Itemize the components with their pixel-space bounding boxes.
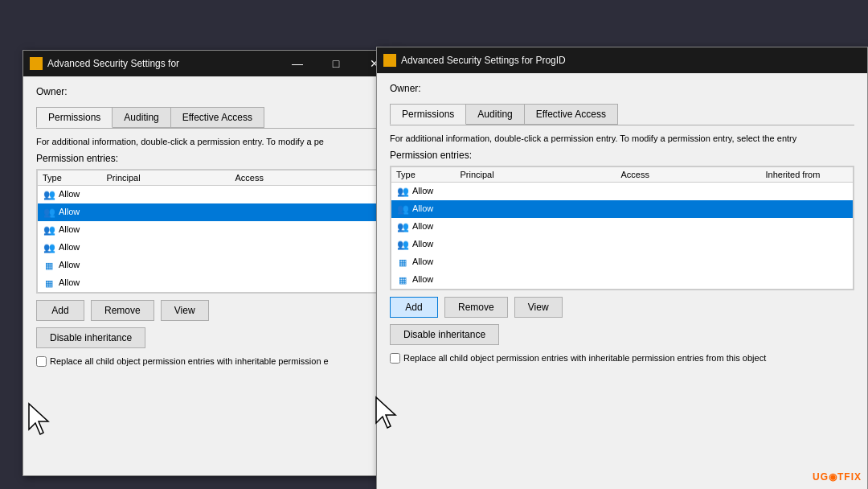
window2-title: Advanced Security Settings for ProgID [401,55,861,66]
col-access: Access [231,171,386,186]
disable-inheritance2-button[interactable]: Disable inheritance [390,324,499,345]
user-icon: 👥 [396,220,409,233]
cell-principal [456,200,616,218]
tab-effective-access[interactable]: Effective Access [170,107,264,128]
col2-type: Type [391,167,456,183]
replace-checkbox[interactable] [36,356,47,367]
table-header: Type Principal Access [38,171,386,186]
tab2-auditing[interactable]: Auditing [465,104,524,125]
user-blue-icon: 👥 [396,203,409,216]
tab2-permissions[interactable]: Permissions [390,104,466,125]
cell-inherited [761,271,854,290]
cell-inherited [761,183,854,201]
tab2-effective-access[interactable]: Effective Access [524,104,618,125]
cell-type: 👥Allow [391,200,456,218]
cell-access [231,221,386,239]
table-row[interactable]: 👥Allow [391,218,854,236]
col-principal: Principal [102,171,231,186]
user-icon: 👥 [396,238,409,251]
table-row[interactable]: 👥Allow [38,221,386,239]
view2-button[interactable]: View [514,297,563,318]
action-buttons: Add Remove View [36,300,387,321]
cell-principal [456,271,616,290]
window1: Advanced Security Settings for — □ ✕ Own… [23,50,400,476]
window2-content: Owner: Permissions Auditing Effective Ac… [377,73,867,373]
table-row[interactable]: 👥Allow [38,203,386,221]
owner2-label: Owner: [390,83,421,94]
view-button[interactable]: View [161,300,209,321]
cell-access [616,271,761,290]
cell-type: 👥Allow [391,236,456,253]
user-icon: 👥 [43,224,55,236]
col2-principal: Principal [456,167,616,183]
add-button[interactable]: Add [36,300,84,321]
cell-access [231,186,386,204]
grid-icon: ▦ [396,273,409,286]
cell-access [616,200,761,218]
table-row[interactable]: 👥Allow [391,200,854,218]
cell-inherited [761,253,854,271]
replace2-checkbox[interactable] [390,353,400,364]
table-row[interactable]: ▦Allow [391,271,854,290]
table-row[interactable]: 👥Allow [38,239,386,257]
owner-label: Owner: [36,86,68,97]
window1-content: Owner: Permissions Auditing Effective Ac… [23,76,399,376]
checkbox-row: Replace all child object permission entr… [36,356,387,367]
cell-type: 👥Allow [391,218,456,236]
cell-principal [456,183,616,201]
cell-access [616,183,761,201]
cell-access [231,203,386,221]
table-row[interactable]: ▦Allow [391,253,854,271]
action2-buttons: Add Remove View [390,297,854,318]
tabs2-container: Permissions Auditing Effective Access [390,104,854,125]
maximize-button[interactable]: □ [317,51,354,76]
cell-principal [102,186,231,204]
watermark: UG◉TFIX [813,471,862,483]
cell-type: ▦Allow [38,274,102,293]
tabs-container: Permissions Auditing Effective Access [36,107,387,129]
add2-button[interactable]: Add [390,297,438,318]
remove2-button[interactable]: Remove [444,297,508,318]
tab-auditing[interactable]: Auditing [112,107,170,128]
cell-principal [456,253,616,271]
window1-icon [30,57,43,70]
col2-access: Access [616,167,761,183]
cell-inherited [761,236,854,253]
tabs2: Permissions Auditing Effective Access [390,104,854,125]
tab-permissions[interactable]: Permissions [36,107,113,128]
col-type: Type [38,171,102,186]
grid-icon: ▦ [43,277,55,290]
table-row[interactable]: ▦Allow [38,257,386,274]
window2: Advanced Security Settings for ProgID Ow… [376,47,868,489]
checkbox-label: Replace all child object permission entr… [50,356,329,366]
checkbox2-row: Replace all child object permission entr… [390,353,854,364]
cell-principal [102,274,231,293]
window1-titlebar: Advanced Security Settings for — □ ✕ [23,51,399,76]
cell-inherited [761,200,854,218]
cell-type: 👥Allow [38,186,102,204]
cell-access [616,236,761,253]
perm-table2: Type Principal Access Inherited from 👥Al… [391,166,854,290]
minimize-button[interactable]: — [279,51,316,76]
section-label: Permission entries: [36,153,387,164]
table-row[interactable]: 👥Allow [391,236,854,253]
cell-principal [102,203,231,221]
user-icon: 👥 [396,185,409,198]
disable-inheritance-container: Disable inheritance [36,321,387,348]
table-row[interactable]: ▦Allow [38,274,386,293]
table-row[interactable]: 👥Allow [38,186,386,204]
perm-table2-wrapper: Type Principal Access Inherited from 👥Al… [390,166,854,290]
table-row[interactable]: 👥Allow [391,183,854,201]
cell-principal [102,239,231,257]
disable-inheritance2-container: Disable inheritance [390,318,854,345]
col2-inherited: Inherited from [761,167,854,183]
watermark-text: UG◉TFIX [813,471,862,483]
cell-type: 👥Allow [38,203,102,221]
grid-icon: ▦ [43,259,55,272]
cell-principal [456,218,616,236]
cell-access [231,239,386,257]
disable-inheritance-button[interactable]: Disable inheritance [36,327,145,348]
remove-button[interactable]: Remove [91,300,154,321]
grid-icon: ▦ [396,256,409,269]
cell-principal [102,221,231,239]
